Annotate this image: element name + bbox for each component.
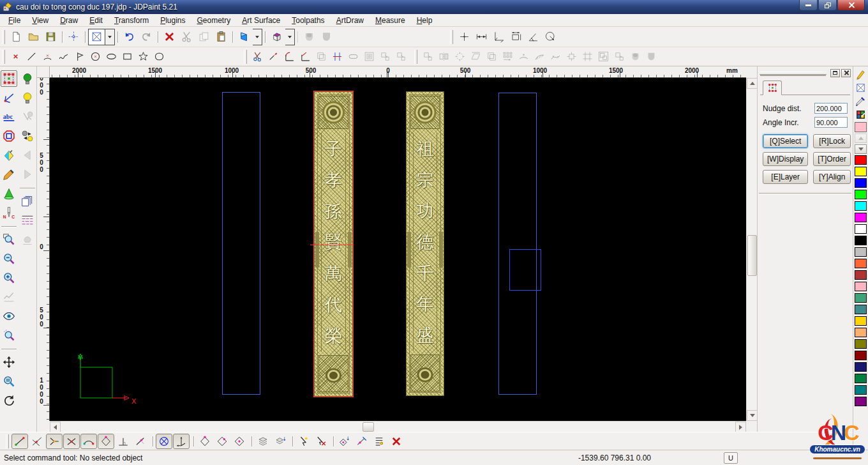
render-view-dropdown[interactable]	[285, 29, 295, 45]
endpoint-snap-toggle[interactable]	[11, 434, 28, 449]
menu-file[interactable]: File	[3, 15, 26, 26]
chamfer-tool[interactable]	[297, 49, 313, 65]
toolbar-grip[interactable]	[450, 30, 453, 44]
color-swatch[interactable]	[855, 247, 867, 257]
render-lamp-button[interactable]	[19, 231, 36, 248]
couplet-panel-left[interactable]: 子孝孫賢萬代榮	[314, 91, 353, 397]
fillet-tool[interactable]	[281, 49, 297, 65]
color-swatch[interactable]	[855, 362, 867, 372]
polygon-tool[interactable]	[71, 49, 87, 65]
pick-add-button[interactable]	[296, 434, 312, 449]
point-tool[interactable]	[8, 49, 24, 65]
layer-snap-toggle[interactable]	[255, 434, 271, 449]
node-smooth-button[interactable]	[354, 434, 370, 449]
align-command-button[interactable]: [Y]Align	[813, 170, 851, 184]
combine-tool[interactable]	[611, 49, 627, 65]
color-swatch[interactable]	[855, 259, 867, 268]
circle-tool[interactable]	[87, 49, 103, 65]
oblong-tool[interactable]	[345, 49, 361, 65]
measure-rect-button[interactable]	[507, 29, 525, 45]
color-swatch[interactable]	[855, 155, 867, 165]
flip-tool[interactable]	[484, 49, 500, 65]
outline-tool[interactable]	[1, 128, 17, 144]
nc-toolpath-tool[interactable]	[1, 204, 17, 221]
delete-button[interactable]	[161, 29, 178, 45]
drawing-canvas[interactable]: 子孝孫賢萬代榮 祖宗功德千年盛 Y	[50, 78, 746, 421]
measure-arc-button[interactable]	[542, 29, 559, 45]
extend-tool[interactable]	[266, 49, 281, 65]
fan-warp-tool[interactable]	[532, 49, 548, 65]
menu-view[interactable]: View	[26, 15, 54, 26]
toolbar-grip[interactable]	[414, 50, 417, 64]
layers-button[interactable]	[19, 193, 36, 210]
text-tool[interactable]	[1, 109, 17, 125]
copy-object-tool[interactable]	[377, 49, 393, 65]
center-constrain-tool[interactable]	[580, 49, 595, 65]
select-mode-dropdown[interactable]	[105, 29, 115, 45]
color-swatch[interactable]	[855, 293, 867, 303]
redo-button[interactable]	[138, 29, 155, 45]
marquee-color-button[interactable]	[854, 81, 868, 94]
palette-edit-button[interactable]	[854, 108, 868, 121]
current-color-swatch[interactable]	[855, 122, 867, 132]
paste-button[interactable]	[213, 29, 230, 45]
relief-preview-tool[interactable]	[627, 49, 643, 65]
panel-float-button[interactable]	[830, 69, 840, 77]
blue-rectangle-outline-1[interactable]	[222, 92, 260, 395]
couplet-panel-right[interactable]: 祖宗功德千年盛	[406, 91, 444, 396]
zoom-object-tool[interactable]	[1, 327, 17, 344]
cross-snap-toggle[interactable]	[63, 434, 80, 449]
fill-tool[interactable]	[1, 147, 17, 164]
node-insert-button[interactable]	[336, 434, 353, 449]
intersection-snap-toggle[interactable]	[29, 434, 45, 449]
menu-measure[interactable]: Measure	[370, 15, 411, 26]
angle-increment-input[interactable]	[814, 117, 848, 128]
scroll-up-button[interactable]	[747, 78, 758, 89]
node-list-button[interactable]	[371, 434, 387, 449]
scroll-down-button[interactable]	[747, 410, 758, 421]
undo-button[interactable]	[121, 29, 138, 45]
relief-solid-button[interactable]	[318, 29, 335, 45]
color-swatch[interactable]	[855, 339, 867, 349]
toolbar-grip[interactable]	[6, 434, 9, 448]
view-all-tool[interactable]	[1, 308, 17, 324]
zoom-in-tool[interactable]	[1, 270, 17, 286]
pick-remove-button[interactable]	[313, 434, 329, 449]
nearest-snap-toggle[interactable]	[132, 434, 149, 449]
rectangle-tool[interactable]	[119, 49, 135, 65]
show-all-bulb-button[interactable]	[19, 70, 36, 87]
select-command-button[interactable]: [Q]Select	[763, 134, 808, 148]
rotate-tool[interactable]	[452, 49, 468, 65]
select-mode-button[interactable]	[88, 29, 105, 45]
horizontal-scrollbar[interactable]	[50, 421, 746, 432]
layer-pick-toggle[interactable]	[272, 434, 288, 449]
measure-angle-button[interactable]	[525, 29, 542, 45]
color-swatch[interactable]	[855, 397, 867, 406]
star-tool[interactable]	[135, 49, 151, 65]
center-snap-toggle[interactable]	[231, 434, 248, 449]
display-command-button[interactable]: [W]Display	[763, 152, 808, 166]
color-swatch[interactable]	[855, 351, 867, 360]
scroll-right-button[interactable]	[735, 422, 746, 432]
color-swatch[interactable]	[855, 178, 867, 188]
arc-tool[interactable]	[40, 49, 56, 65]
previous-view-button[interactable]	[19, 147, 36, 164]
relief-render-tool[interactable]	[643, 49, 659, 65]
panel-close-button[interactable]	[841, 69, 851, 77]
measure-corner-button[interactable]	[490, 29, 507, 45]
show-selected-bulb-button[interactable]	[19, 89, 36, 106]
line-tool[interactable]	[24, 49, 40, 65]
probe-position-button[interactable]	[65, 29, 82, 45]
vertical-scroll-thumb[interactable]	[747, 235, 757, 276]
color-swatch[interactable]	[855, 190, 867, 199]
copy-button[interactable]	[195, 29, 213, 45]
render-view-button[interactable]	[268, 29, 285, 45]
color-swatch[interactable]	[855, 374, 867, 383]
eyedropper-button[interactable]	[854, 95, 868, 107]
array-tool[interactable]	[500, 49, 516, 65]
save-file-button[interactable]	[42, 29, 59, 45]
shear-tool[interactable]	[468, 49, 484, 65]
zoom-out-tool[interactable]	[1, 250, 17, 267]
color-swatch[interactable]	[855, 167, 867, 176]
scroll-left-button[interactable]	[50, 422, 61, 432]
